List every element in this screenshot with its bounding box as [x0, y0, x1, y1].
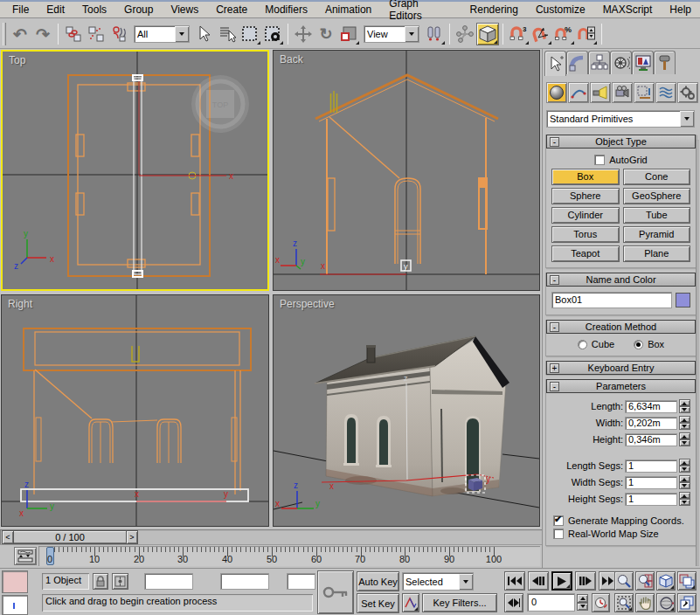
selection-lock-icon[interactable]	[93, 573, 108, 590]
plane-button[interactable]: Plane	[623, 245, 691, 262]
tab-utilities[interactable]	[654, 51, 676, 74]
height-spinner[interactable]	[679, 432, 690, 446]
select-object-icon[interactable]	[193, 23, 216, 45]
menu-file[interactable]: File	[3, 3, 38, 17]
height-field[interactable]: 0,346m	[625, 433, 677, 446]
category-lights-icon[interactable]	[590, 82, 611, 103]
auto-key-button[interactable]: Auto Key	[357, 571, 399, 591]
collapse-icon[interactable]: -	[550, 322, 559, 332]
selection-filter-dropdown[interactable]: All	[134, 25, 190, 43]
zoom-extents-icon[interactable]	[656, 571, 676, 591]
sphere-button[interactable]: Sphere	[551, 188, 620, 204]
set-keys-icon[interactable]	[317, 570, 354, 614]
width-field[interactable]: 0,202m	[625, 417, 677, 430]
torus-button[interactable]: Torus	[551, 226, 620, 243]
creation-method-header[interactable]: - Creation Method	[546, 320, 696, 334]
time-slider[interactable]: < 0 / 100 >	[2, 530, 138, 544]
perspective-viewport-canvas[interactable]: z x y z x y	[274, 295, 539, 526]
next-frame-arrow[interactable]: >	[126, 530, 138, 544]
unlink-selection-icon[interactable]	[85, 23, 107, 45]
back-viewport-canvas[interactable]: y x z x y	[274, 51, 539, 290]
box-button[interactable]: Box	[551, 169, 620, 185]
next-frame-icon[interactable]	[575, 571, 596, 591]
pyramid-button[interactable]: Pyramid	[623, 226, 691, 243]
key-mode-toggle-icon[interactable]	[504, 593, 523, 612]
maxscript-listener-pane[interactable]	[2, 595, 28, 615]
select-by-name-icon[interactable]	[216, 23, 239, 45]
width-segs-spinner[interactable]	[679, 475, 690, 489]
menu-edit[interactable]: Edit	[38, 3, 73, 17]
time-slider-label[interactable]: 0 / 100	[14, 530, 126, 544]
select-and-move-icon[interactable]	[292, 23, 315, 45]
dropdown-arrow-icon[interactable]	[680, 111, 694, 127]
absolute-offset-toggle-icon[interactable]	[112, 573, 128, 590]
y-coordinate-field[interactable]	[220, 573, 269, 590]
width-segs-field[interactable]: 1	[625, 476, 677, 489]
menu-maxscript[interactable]: MAXScript	[594, 3, 662, 17]
cylinder-button[interactable]: Cylinder	[551, 207, 620, 224]
frame-spinner[interactable]	[577, 594, 588, 611]
snaps-toggle-icon[interactable]	[476, 23, 499, 45]
viewport-perspective[interactable]: z x y z x y Perspecti	[273, 294, 540, 527]
macro-recorder-pane[interactable]	[2, 570, 28, 593]
play-animation-icon[interactable]	[551, 571, 572, 591]
real-world-checkbox[interactable]	[553, 529, 564, 539]
dropdown-arrow-icon[interactable]	[459, 574, 473, 590]
panel-scrollbar[interactable]	[696, 140, 699, 566]
menu-tools[interactable]: Tools	[73, 3, 115, 17]
viewport-top[interactable]: x y x z TOP Top	[1, 50, 269, 291]
use-pivot-center-icon[interactable]	[423, 23, 446, 45]
object-name-field[interactable]: Box01	[551, 292, 672, 308]
right-viewport-canvas[interactable]: x y z y x	[2, 295, 268, 526]
z-coordinate-field[interactable]	[287, 573, 315, 590]
dropdown-arrow-icon[interactable]	[405, 26, 419, 42]
viewport-right[interactable]: x y z y x Right	[1, 294, 269, 527]
collapse-icon[interactable]: -	[550, 382, 559, 391]
tab-create[interactable]	[544, 51, 566, 76]
box-radio[interactable]	[634, 340, 643, 349]
prev-frame-arrow[interactable]: <	[2, 530, 14, 544]
percent-snap-icon[interactable]: %	[552, 23, 575, 45]
menu-group[interactable]: Group	[115, 3, 162, 17]
length-segs-field[interactable]: 1	[625, 460, 677, 473]
category-shapes-icon[interactable]	[568, 82, 589, 103]
go-to-start-icon[interactable]	[504, 571, 525, 591]
menu-create[interactable]: Create	[207, 3, 256, 17]
zoom-extents-all-icon[interactable]	[677, 571, 697, 591]
dropdown-arrow-icon[interactable]	[175, 26, 189, 42]
viewport-back[interactable]: y x z x y Back	[273, 50, 540, 291]
top-viewport-canvas[interactable]: x y x z TOP	[3, 52, 267, 289]
select-and-rotate-icon[interactable]: ↻	[315, 23, 337, 45]
zoom-all-icon[interactable]	[635, 571, 655, 591]
object-type-header[interactable]: - Object Type	[546, 135, 696, 149]
pan-hand-icon[interactable]	[635, 593, 655, 612]
cube-radio[interactable]	[578, 340, 587, 349]
select-and-link-icon[interactable]	[62, 23, 85, 45]
category-cameras-icon[interactable]	[612, 82, 633, 103]
set-key-button[interactable]: Set Key	[357, 593, 399, 613]
autogrid-checkbox[interactable]	[594, 155, 605, 165]
spinner-snap-icon[interactable]	[575, 23, 598, 45]
length-spinner[interactable]	[679, 399, 690, 413]
x-coordinate-field[interactable]	[144, 573, 193, 590]
height-segs-spinner[interactable]	[679, 492, 690, 506]
tab-hierarchy[interactable]	[588, 51, 610, 74]
category-helpers-icon[interactable]	[634, 82, 655, 103]
tab-modify[interactable]	[566, 51, 588, 74]
angle-snap-icon[interactable]	[530, 23, 552, 45]
menu-customize[interactable]: Customize	[527, 3, 594, 17]
bind-to-spacewarp-icon[interactable]	[107, 23, 130, 45]
menu-views[interactable]: Views	[162, 3, 207, 17]
reference-coord-dropdown[interactable]: View	[364, 25, 419, 43]
undo-icon[interactable]: ↶	[9, 23, 31, 45]
snap-3d-icon[interactable]: 3	[507, 23, 530, 45]
current-frame-field[interactable]: 0	[527, 593, 575, 612]
height-segs-field[interactable]: 1	[625, 493, 677, 506]
category-spacewarps-icon[interactable]	[655, 82, 676, 103]
menu-rendering[interactable]: Rendering	[461, 3, 527, 17]
length-field[interactable]: 6,634m	[625, 400, 677, 413]
width-spinner[interactable]	[679, 416, 690, 430]
menu-modifiers[interactable]: Modifiers	[256, 3, 316, 17]
default-tangent-icon[interactable]	[402, 593, 419, 612]
track-bar-ruler[interactable]: 0 10 20 30 40 50 60 70 80 90 100	[38, 546, 540, 566]
